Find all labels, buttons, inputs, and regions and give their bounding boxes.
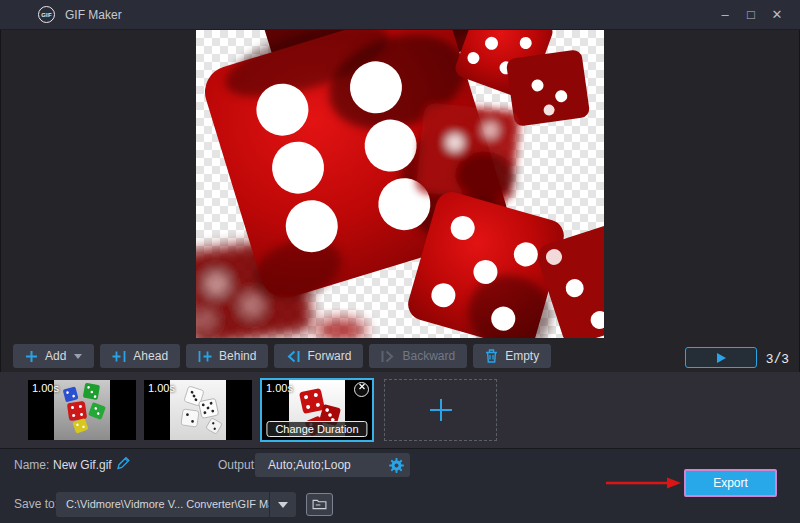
change-duration-button[interactable]: Change Duration [266, 421, 367, 437]
browse-folder-button[interactable] [306, 493, 333, 516]
frame-counter-current: 3 [766, 351, 773, 366]
frame-thumbnail-1[interactable]: 1.00s [28, 380, 136, 440]
frame-counter-total: 3 [781, 351, 788, 366]
frame-counter-separator: / [775, 349, 779, 366]
output-settings-button[interactable] [387, 456, 405, 474]
app-logo-icon: GIF [38, 6, 55, 23]
forward-button-label: Forward [307, 349, 351, 363]
play-button[interactable] [685, 347, 757, 368]
name-value: New Gif.gif [53, 458, 112, 472]
save-to-label: Save to: [14, 497, 58, 511]
move-forward-icon [286, 350, 300, 363]
insert-before-icon [112, 350, 126, 363]
edit-name-button[interactable] [115, 455, 131, 475]
colored-dice-frame [54, 380, 110, 440]
behind-button[interactable]: Behind [186, 344, 268, 368]
output-label: Output: [218, 458, 257, 472]
frame-thumbnail-3-selected[interactable]: 1.00s Change Duration [260, 378, 374, 442]
forward-button[interactable]: Forward [274, 344, 363, 368]
add-frame-dropzone[interactable] [384, 379, 497, 441]
save-path-dropdown[interactable]: C:\Vidmore\Vidmore V... Converter\GIF Ma… [56, 492, 296, 517]
backward-button[interactable]: Backward [369, 344, 467, 368]
frame-duration-label: 1.00s [266, 382, 293, 394]
export-button[interactable]: Export [684, 469, 777, 497]
caret-down-icon [74, 354, 82, 359]
circle-x-icon [358, 383, 365, 390]
frame-toolbar: Add Ahead Behind Forward Backward Empty [13, 344, 551, 368]
frame-counter: 3/3 [766, 349, 789, 366]
folder-icon [312, 499, 327, 510]
red-arrow-annotation [606, 476, 682, 490]
plus-icon [25, 350, 38, 363]
empty-button-label: Empty [505, 349, 539, 363]
empty-button[interactable]: Empty [473, 344, 551, 368]
frame-duration-label: 1.00s [148, 382, 175, 394]
frame-thumbnail-2[interactable]: 1.00s [144, 380, 252, 440]
caret-down-icon [278, 502, 288, 508]
export-settings-panel: Name: New Gif.gif Output: Auto;Auto;Loop [0, 448, 800, 523]
name-label: Name: [14, 458, 49, 472]
timeline-strip: 1.00s 1.00s 1.00s Change Duration [0, 372, 800, 448]
ahead-button-label: Ahead [133, 349, 168, 363]
output-field: Auto;Auto;Loop [255, 453, 410, 477]
preview-canvas [196, 30, 604, 338]
save-path-caret-button[interactable] [270, 492, 296, 517]
white-dice-frame [170, 380, 226, 440]
export-button-label: Export [713, 476, 748, 490]
maximize-button[interactable]: □ [740, 4, 762, 26]
remove-frame-button[interactable] [354, 382, 369, 397]
backward-button-label: Backward [402, 349, 455, 363]
playback-controls: 3/3 [685, 347, 789, 368]
gear-icon [388, 457, 405, 474]
window-title: GIF Maker [65, 8, 122, 22]
save-path-value: C:\Vidmore\Vidmore V... Converter\GIF Ma… [56, 492, 269, 517]
pencil-icon [115, 455, 131, 471]
titlebar: GIF GIF Maker – □ ✕ [0, 0, 800, 30]
window-controls: – □ ✕ [714, 4, 800, 26]
close-button[interactable]: ✕ [766, 4, 788, 26]
play-icon [717, 353, 726, 363]
red-dice-image [196, 30, 604, 338]
insert-after-icon [198, 350, 212, 363]
minimize-button[interactable]: – [714, 4, 736, 26]
ahead-button[interactable]: Ahead [100, 344, 180, 368]
plus-icon [428, 397, 454, 423]
add-button[interactable]: Add [13, 344, 94, 368]
frame-duration-label: 1.00s [32, 382, 59, 394]
output-value: Auto;Auto;Loop [268, 453, 351, 477]
behind-button-label: Behind [219, 349, 256, 363]
gif-maker-window: { "titlebar": { "logo_text": "GIF", "tit… [0, 0, 800, 523]
trash-icon [485, 349, 498, 363]
move-backward-icon [381, 350, 395, 363]
add-button-label: Add [45, 349, 66, 363]
